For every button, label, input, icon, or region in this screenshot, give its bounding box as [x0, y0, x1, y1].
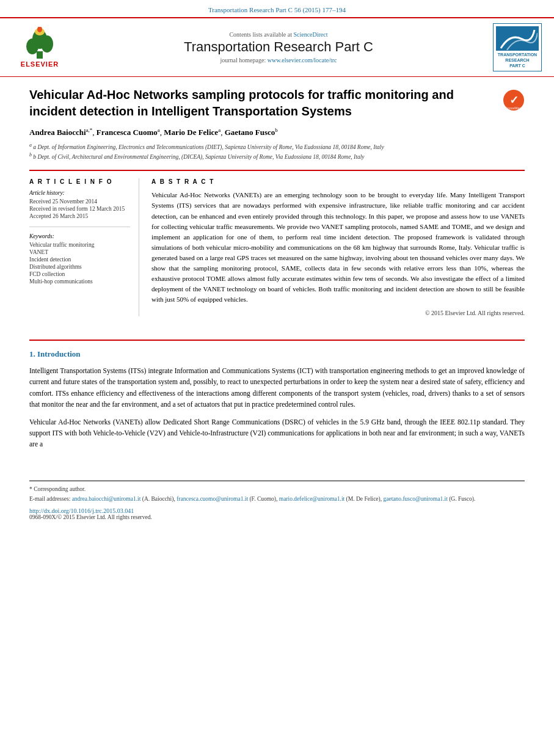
keyword-2: VANET: [29, 249, 130, 255]
article-history: Article history: Received 25 November 20…: [29, 190, 130, 227]
article-title: Vehicular Ad-Hoc Networks sampling proto…: [29, 87, 497, 120]
corresponding-note: * Corresponding author.: [29, 486, 525, 492]
footer: * Corresponding author. E-mail addresses…: [0, 486, 554, 520]
keywords-section: Keywords: Vehicular traffic monitoring V…: [29, 233, 130, 285]
journal-reference: Transportation Research Part C 56 (2015)…: [0, 0, 554, 17]
author-4-sup: b: [275, 127, 278, 133]
author-1-sup: a,*: [86, 127, 93, 133]
transport-logo-graphic: [496, 26, 539, 51]
transport-logo-text: TRANSPORTATION RESEARCH PART C: [496, 52, 539, 68]
issn-line: 0968-090X/© 2015 Elsevier Ltd. All right…: [29, 514, 525, 520]
introduction-paragraph-2: Vehicular Ad-Hoc Networks (VANETs) allow…: [29, 416, 525, 450]
svg-text:✓: ✓: [509, 94, 519, 106]
section-divider: [29, 340, 525, 341]
svg-rect-0: [37, 51, 43, 59]
journal-title-block: Contents lists available at ScienceDirec…: [67, 31, 490, 64]
abstract-text: Vehicular Ad-Hoc Networks (VANETs) are a…: [151, 190, 525, 305]
doi-link[interactable]: http://dx.doi.org/10.1016/j.trc.2015.03.…: [29, 507, 134, 514]
sciencedirect-link[interactable]: ScienceDirect: [293, 31, 327, 38]
journal-homepage: journal homepage: www.elsevier.com/locat…: [67, 57, 490, 64]
crossmark[interactable]: ✓ CrossMark: [503, 89, 525, 114]
article-info-column: A R T I C L E I N F O Article history: R…: [29, 178, 139, 316]
received-revised-date: Received in revised form 12 March 2015: [29, 206, 130, 212]
svg-text:CrossMark: CrossMark: [505, 106, 523, 110]
abstract-header: A B S T R A C T: [151, 178, 525, 185]
email-1-link[interactable]: andrea.baiocchi@uniroma1.it: [72, 496, 141, 502]
transport-research-logo: TRANSPORTATION RESEARCH PART C: [490, 23, 542, 71]
journal-name: Transportation Research Part C: [67, 39, 490, 55]
article-content: Vehicular Ad-Hoc Networks sampling proto…: [0, 77, 554, 329]
accepted-date: Accepted 26 March 2015: [29, 213, 130, 219]
keyword-1: Vehicular traffic monitoring: [29, 242, 130, 248]
affiliation-2: b b Dept. of Civil, Architectural and En…: [29, 151, 525, 161]
keywords-title: Keywords:: [29, 233, 130, 239]
author-1-name: Andrea Baiocchi: [29, 128, 86, 137]
affiliations: a a Dept. of Information Engineering, El…: [29, 142, 525, 162]
science-direct-line: Contents lists available at ScienceDirec…: [67, 31, 490, 38]
keyword-6: Multi-hop communications: [29, 278, 130, 285]
body-content: 1. Introduction Intelligent Transportati…: [0, 349, 554, 468]
received-date: Received 25 November 2014: [29, 198, 130, 205]
author-3-sup: a: [218, 127, 221, 133]
history-title: Article history:: [29, 190, 130, 196]
elsevier-tree-icon: [21, 27, 58, 60]
transport-logo-svg: [498, 27, 538, 50]
abstract-column: A B S T R A C T Vehicular Ad-Hoc Network…: [151, 178, 525, 316]
author-2-name: Francesca Cuomo: [97, 128, 158, 137]
elsevier-logo: ELSEVIER: [12, 27, 67, 68]
elsevier-text: ELSEVIER: [21, 60, 59, 68]
footer-divider: [29, 481, 525, 481]
copyright: © 2015 Elsevier Ltd. All rights reserved…: [151, 310, 525, 316]
author-2-sup: a: [158, 127, 160, 133]
author-3-name: Mario De Felice: [164, 128, 218, 137]
keyword-3: Incident detection: [29, 256, 130, 263]
article-info-header: A R T I C L E I N F O: [29, 178, 130, 185]
journal-homepage-link[interactable]: www.elsevier.com/locate/trc: [268, 57, 337, 64]
authors-line: Andrea Baiocchia,*, Francesca Cuomoa, Ma…: [29, 127, 525, 137]
email-4-link[interactable]: gaetano.fusco@uniroma1.it: [384, 496, 448, 502]
author-4-name: Gaetano Fusco: [225, 128, 275, 137]
introduction-title: 1. Introduction: [29, 349, 525, 359]
keyword-5: FCD collection: [29, 271, 130, 277]
doi-line: http://dx.doi.org/10.1016/j.trc.2015.03.…: [29, 507, 525, 514]
introduction-paragraph-1: Intelligent Transportation Systems (ITSs…: [29, 365, 525, 410]
email-3-link[interactable]: mario.defelice@uniroma1.it: [279, 496, 344, 502]
journal-header: ELSEVIER Contents lists available at Sci…: [0, 17, 554, 77]
email-2-link[interactable]: francesca.cuomo@uniroma1.it: [177, 496, 248, 502]
transport-logo-box: TRANSPORTATION RESEARCH PART C: [493, 23, 542, 71]
footer-emails: E-mail addresses: andrea.baiocchi@unirom…: [29, 495, 525, 504]
keyword-4: Distributed algorithms: [29, 264, 130, 270]
page: Transportation Research Part C 56 (2015)…: [0, 0, 554, 756]
journal-ref-text: Transportation Research Part C 56 (2015)…: [208, 6, 346, 13]
crossmark-icon: ✓ CrossMark: [503, 89, 525, 111]
article-title-section: Vehicular Ad-Hoc Networks sampling proto…: [29, 87, 525, 120]
two-col-layout: A R T I C L E I N F O Article history: R…: [29, 170, 525, 316]
affiliation-1: a a Dept. of Information Engineering, El…: [29, 142, 525, 151]
